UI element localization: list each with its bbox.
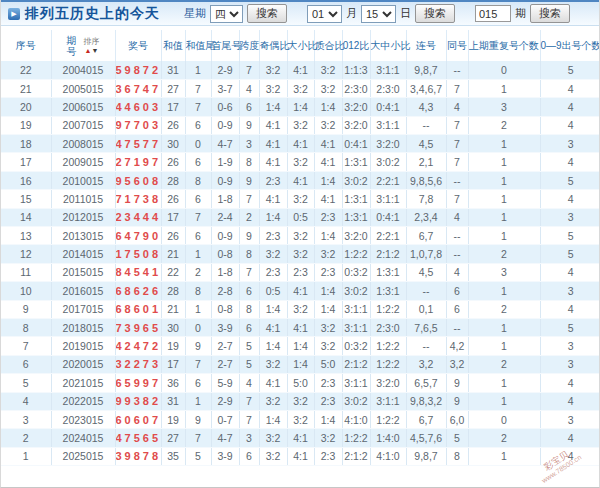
cell-seq: 1 (1, 447, 51, 465)
cell-sum: 19 (161, 337, 185, 355)
cell-first-last: 2-7 (211, 355, 239, 373)
cell-sum: 21 (161, 300, 185, 318)
cell-odd-even-ratio: 3:2 (259, 447, 287, 465)
cell-big-small-ratio: 3:2 (287, 410, 314, 428)
date-search-button[interactable]: 搜索 (415, 4, 455, 23)
cell-issue: 2021015 (51, 374, 115, 392)
history-table: 序号期号排序▲▼奖号和值和值尾首尾号跨度奇偶比大小比质合比012比大中小比连号同… (1, 30, 600, 466)
cell-odd-even-ratio: 1:4 (259, 98, 287, 116)
cell-span: 2 (239, 208, 259, 226)
cell-consecutive: 9,8,7 (406, 447, 446, 465)
cell-prev-repeat-count: 1 (468, 153, 540, 171)
cell-sum: 22 (161, 263, 185, 281)
table-body: 222004015598723112-973:24:13:21:1:33:1:1… (1, 61, 600, 466)
cell-seq: 10 (1, 282, 51, 300)
cell-consecutive: -- (406, 337, 446, 355)
cell-same-number: 4,2 (446, 337, 468, 355)
table-row: 62020015322731772-753:21:45:02:1:21:2:23… (1, 355, 600, 373)
cell-first-last: 1-8 (211, 190, 239, 208)
cell-prev-repeat-count: 1 (468, 374, 540, 392)
cell-odd-even-ratio: 2:3 (259, 263, 287, 281)
cell-span: 8 (239, 245, 259, 263)
cell-big-mid-small-ratio: 3:1:1 (370, 190, 406, 208)
cell-same-number: 4 (446, 263, 468, 281)
cell-sum: 17 (161, 98, 185, 116)
month-select[interactable]: 01 (307, 5, 342, 23)
cell-first-last: 1-8 (211, 263, 239, 281)
sort-asc-icon[interactable]: ▲ (85, 47, 92, 54)
cell-same-number: 7 (446, 79, 468, 97)
cell-prize: 17508 (115, 245, 161, 263)
cell-same-number: 8 (446, 447, 468, 465)
cell-prime-composite-ratio: 5:0 (314, 355, 342, 373)
cell-sum-tail: 8 (185, 282, 211, 300)
cell-012-ratio: 1:1:3 (342, 61, 370, 79)
table-row: 12025015398783553-963:24:12:32:1:24:1:09… (1, 447, 600, 465)
cell-span: 6 (239, 282, 259, 300)
table-row: 222004015598723112-973:24:13:21:1:33:1:1… (1, 61, 600, 79)
cell-same-number: -- (446, 227, 468, 245)
cell-issue: 2020015 (51, 355, 115, 373)
cell-012-ratio: 3:0:2 (342, 171, 370, 189)
cell-consecutive: 0,1 (406, 300, 446, 318)
cell-first-last: 0-7 (211, 410, 239, 428)
cell-012-ratio: 2:1:2 (342, 447, 370, 465)
cell-first-last: 2-9 (211, 392, 239, 410)
cell-distinct-count: 3 (540, 282, 600, 300)
cell-consecutive: 1,0,7,8 (406, 245, 446, 263)
sort-desc-icon[interactable]: ▼ (92, 47, 99, 54)
cell-big-mid-small-ratio: 1:2:2 (370, 337, 406, 355)
cell-sum: 31 (161, 61, 185, 79)
cell-odd-even-ratio: 3:2 (259, 245, 287, 263)
cell-prime-composite-ratio: 4:1 (314, 153, 342, 171)
day-select[interactable]: 15 (361, 5, 396, 23)
cell-same-number: 7 (446, 153, 468, 171)
week-search-button[interactable]: 搜索 (247, 4, 287, 23)
cell-odd-even-ratio: 2:3 (259, 171, 287, 189)
cell-seq: 22 (1, 61, 51, 79)
cell-012-ratio: 3:1:1 (342, 374, 370, 392)
month-label: 月 (346, 6, 357, 21)
cell-span: 9 (239, 227, 259, 245)
cell-seq: 17 (1, 153, 51, 171)
cell-same-number: 5 (446, 429, 468, 447)
cell-distinct-count: 4 (540, 429, 600, 447)
cell-big-small-ratio: 4:1 (287, 447, 314, 465)
cell-issue: 2005015 (51, 79, 115, 97)
cell-sum-tail: 1 (185, 245, 211, 263)
cell-consecutive: 7,6,5 (406, 318, 446, 336)
cell-odd-even-ratio: 4:1 (259, 116, 287, 134)
cell-prize: 65997 (115, 374, 161, 392)
cell-consecutive: 9,8,5,6 (406, 171, 446, 189)
cell-first-last: 0-6 (211, 98, 239, 116)
column-header-issue[interactable]: 期号排序▲▼ (51, 30, 115, 61)
cell-prime-composite-ratio: 1:4 (314, 282, 342, 300)
cell-prize: 23444 (115, 208, 161, 226)
cell-big-small-ratio: 3:2 (287, 190, 314, 208)
cell-big-mid-small-ratio: 1:3:1 (370, 282, 406, 300)
table-row: 122014015175082110-883:23:23:21:2:22:1:2… (1, 245, 600, 263)
cell-distinct-count: 4 (540, 116, 600, 134)
cell-012-ratio: 4:1:0 (342, 410, 370, 428)
cell-sum: 26 (161, 116, 185, 134)
cell-consecutive: 4,5 (406, 263, 446, 281)
cell-distinct-count: 5 (540, 171, 600, 189)
weekday-select[interactable]: 四 (210, 5, 243, 23)
cell-prime-composite-ratio: 2:3 (314, 263, 342, 281)
cell-issue: 2007015 (51, 116, 115, 134)
issue-input[interactable] (475, 5, 511, 22)
cell-issue: 2025015 (51, 447, 115, 465)
cell-prime-composite-ratio: 3:2 (314, 429, 342, 447)
column-header-sum: 和值 (161, 30, 185, 61)
table-row: 132013015647902660-992:33:21:43:2:02:2:1… (1, 227, 600, 245)
cell-prev-repeat-count: 2 (468, 245, 540, 263)
issue-search-button[interactable]: 搜索 (530, 4, 570, 23)
cell-012-ratio: 3:2:0 (342, 98, 370, 116)
cell-big-small-ratio: 4:1 (287, 429, 314, 447)
cell-span: 8 (239, 300, 259, 318)
cell-sum: 26 (161, 153, 185, 171)
cell-prize: 47577 (115, 135, 161, 153)
cell-012-ratio: 3:0:2 (342, 282, 370, 300)
cell-distinct-count: 4 (540, 79, 600, 97)
cell-big-small-ratio: 4:1 (287, 171, 314, 189)
